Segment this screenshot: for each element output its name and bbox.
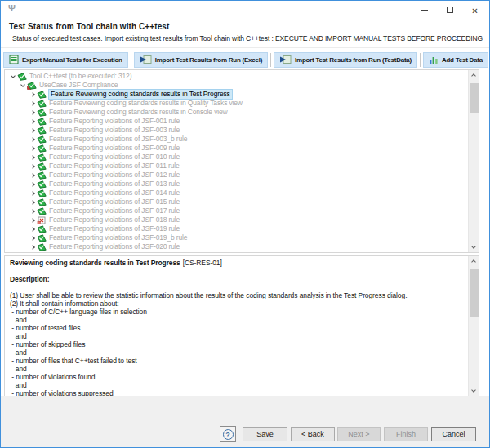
- scroll-up-icon[interactable]: [471, 73, 476, 78]
- expand-chevron-icon[interactable]: [30, 191, 35, 196]
- collapse-chevron-icon[interactable]: [20, 82, 25, 87]
- bar-chart-icon: [429, 55, 439, 64]
- toolbar-button-import-test-results-from-run-excel[interactable]: Import Test Results from Run (Excel): [134, 52, 268, 68]
- tree-item-label: Feature Reporting violations of JSF-014 …: [49, 189, 180, 197]
- cancel-button[interactable]: Cancel: [431, 427, 476, 441]
- finish-button: Finish: [384, 427, 428, 441]
- expand-chevron-icon[interactable]: [30, 236, 35, 241]
- expand-chevron-icon[interactable]: [30, 137, 35, 142]
- toolbar: Export Manual Tests for ExecutionImport …: [3, 51, 490, 69]
- pass-test-icon: [37, 153, 47, 162]
- expand-chevron-icon[interactable]: [30, 155, 35, 160]
- expand-chevron-icon[interactable]: [30, 209, 35, 214]
- tree-item[interactable]: Feature Reporting violations of JSF-011 …: [5, 162, 467, 171]
- tree-item[interactable]: Feature Reporting violations of JSF-018 …: [5, 215, 467, 224]
- tree-item[interactable]: Feature Reporting violations of JSF-003 …: [5, 126, 467, 135]
- fail-test-icon: [37, 216, 47, 224]
- tree-item[interactable]: Feature Reporting violations of JSF-015 …: [5, 197, 467, 206]
- tree-item[interactable]: Feature Reviewing coding standards resul…: [5, 99, 467, 108]
- expand-chevron-icon[interactable]: [30, 92, 35, 97]
- detail-line: - number of violations found: [10, 373, 467, 381]
- detail-line: and: [10, 381, 467, 389]
- tree-item[interactable]: Feature Reporting violations of JSF-001 …: [5, 117, 467, 126]
- page-subtitle: Status of executed test cases. Import ex…: [12, 34, 483, 42]
- expand-chevron-icon[interactable]: [30, 164, 35, 169]
- help-icon: ?: [223, 429, 234, 440]
- tree-item[interactable]: Feature Reviewing coding standards resul…: [5, 90, 467, 99]
- close-button[interactable]: [462, 1, 488, 19]
- toolbar-separator: [270, 53, 271, 67]
- tree-item[interactable]: UseCase JSF Compliance: [5, 81, 467, 90]
- wizard-icon: Ψ: [8, 3, 16, 13]
- minimize-button[interactable]: [412, 1, 437, 19]
- expand-chevron-icon[interactable]: [30, 218, 35, 223]
- tree-item[interactable]: Feature Reporting violations of JSF-017 …: [5, 206, 467, 215]
- pass-test-icon: [37, 126, 47, 135]
- scroll-down-icon[interactable]: [471, 388, 476, 393]
- expand-chevron-icon[interactable]: [30, 101, 35, 106]
- pass-test-icon: [37, 118, 47, 126]
- expand-chevron-icon[interactable]: [30, 173, 35, 178]
- tree-item[interactable]: Feature Reporting violations of JSF-019 …: [5, 224, 467, 233]
- expand-chevron-icon[interactable]: [30, 200, 35, 205]
- expand-chevron-icon[interactable]: [30, 128, 35, 133]
- page-title: Test Status from Tool chain with C++test: [9, 22, 169, 31]
- tree-item-label: Feature Reporting violations of JSF-013 …: [49, 180, 180, 189]
- window-controls: [412, 1, 488, 19]
- toolbar-separator: [420, 53, 421, 67]
- back-button[interactable]: < Back: [291, 427, 335, 441]
- help-button[interactable]: ?: [220, 426, 236, 442]
- expand-chevron-icon[interactable]: [30, 119, 35, 124]
- expand-chevron-icon[interactable]: [30, 227, 35, 232]
- toolbar-separator: [131, 53, 131, 67]
- tree-item[interactable]: Feature Reviewing coding standards resul…: [5, 108, 467, 117]
- maximize-button[interactable]: [437, 1, 462, 19]
- detail-line: and: [10, 365, 467, 373]
- scroll-up-icon[interactable]: [471, 259, 476, 264]
- pass-test-icon: [37, 180, 47, 189]
- expand-chevron-icon[interactable]: [30, 182, 35, 187]
- expand-chevron-icon[interactable]: [30, 245, 35, 250]
- expand-chevron-icon[interactable]: [30, 110, 35, 115]
- tree-item[interactable]: Feature Reporting violations of JSF-010 …: [5, 153, 467, 162]
- toolbar-button-import-test-results-from-run-testdata[interactable]: Import Test Results from Run (TestData): [274, 52, 417, 68]
- details-scrollbar[interactable]: [468, 256, 479, 396]
- detail-heading: Reviewing coding standards results in Te…: [10, 259, 467, 267]
- detail-line: Description:: [10, 275, 467, 283]
- tree-scrollbar[interactable]: [468, 70, 479, 252]
- scroll-thumb[interactable]: [470, 83, 479, 113]
- tree-item[interactable]: Feature Reporting violations of JSF-012 …: [5, 171, 467, 180]
- tree-item[interactable]: Tool C++test (to be executed: 312): [5, 72, 467, 81]
- header-divider: [1, 47, 489, 48]
- detail-line: and: [10, 348, 467, 357]
- save-button[interactable]: Save: [243, 427, 287, 441]
- detail-line: and: [10, 332, 467, 340]
- collapse-chevron-icon[interactable]: [11, 73, 16, 78]
- tree-item[interactable]: Feature Reporting violations of JSF-003_…: [5, 135, 467, 144]
- tree-item[interactable]: Feature Reporting violations of JSF-019_…: [5, 233, 467, 242]
- tree-item-label: Feature Reporting violations of JSF-019 …: [49, 224, 180, 233]
- toolbar-button-export-manual-tests-for-execution[interactable]: Export Manual Tests for Execution: [3, 52, 128, 68]
- tree-item-label: Feature Reporting violations of JSF-012 …: [49, 171, 180, 180]
- detail-line: - number of violations suppressed: [10, 389, 467, 396]
- toolbar-button-add-test-data[interactable]: Add Test Data: [423, 52, 488, 68]
- detail-body: Description: (1) User shall be able to r…: [10, 267, 467, 396]
- titlebar[interactable]: Ψ: [1, 1, 489, 19]
- tree-item[interactable]: Feature Reporting violations of JSF-020 …: [5, 242, 467, 251]
- tree-item[interactable]: Feature Reporting violations of JSF-009 …: [5, 144, 467, 153]
- detail-line: [10, 267, 467, 275]
- close-icon: [471, 2, 478, 17]
- tree-item[interactable]: Feature Reporting violations of JSF-014 …: [5, 189, 467, 197]
- expand-chevron-icon[interactable]: [30, 146, 35, 151]
- scroll-down-icon[interactable]: [471, 244, 476, 249]
- scroll-thumb[interactable]: [470, 269, 479, 317]
- tree-item-label: Feature Reviewing coding standards resul…: [49, 99, 243, 108]
- tree-item-label: Feature Reporting violations of JSF-020 …: [49, 242, 180, 251]
- pass-test-icon: [37, 243, 47, 251]
- tree-item-label: Feature Reporting violations of JSF-019_…: [49, 233, 187, 242]
- details-panel: Reviewing coding standards results in Te…: [4, 255, 479, 397]
- detail-line: - number of files that C++test failed to…: [10, 357, 467, 365]
- detail-line: - number of C/C++ language files in sele…: [10, 308, 467, 316]
- tree-item[interactable]: Feature Reporting violations of JSF-013 …: [5, 180, 467, 189]
- pass-test-icon: [37, 100, 47, 108]
